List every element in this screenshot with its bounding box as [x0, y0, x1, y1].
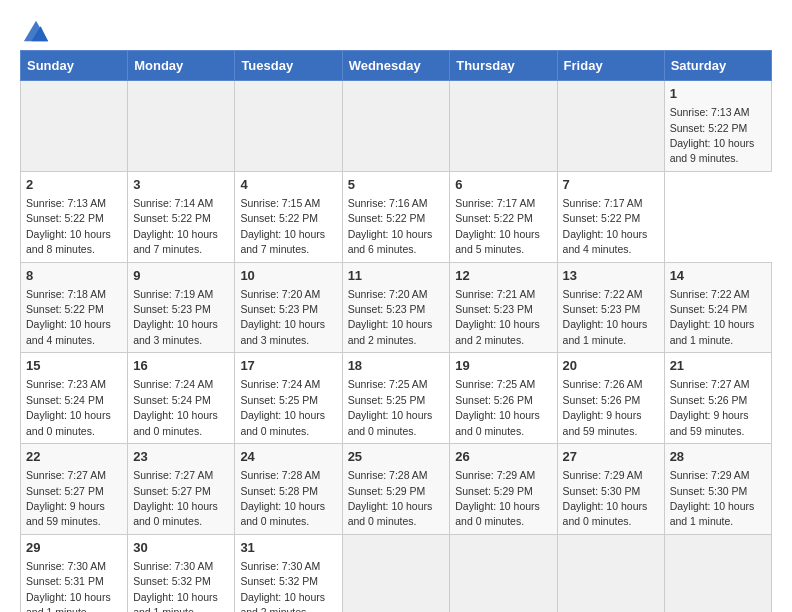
day-info: Sunrise: 7:20 AMSunset: 5:23 PMDaylight:… — [240, 288, 325, 346]
calendar-day-cell: 10Sunrise: 7:20 AMSunset: 5:23 PMDayligh… — [235, 262, 342, 353]
day-info: Sunrise: 7:27 AMSunset: 5:27 PMDaylight:… — [26, 469, 106, 527]
calendar-day-cell: 14Sunrise: 7:22 AMSunset: 5:24 PMDayligh… — [664, 262, 771, 353]
day-info: Sunrise: 7:15 AMSunset: 5:22 PMDaylight:… — [240, 197, 325, 255]
calendar-day-cell: 15Sunrise: 7:23 AMSunset: 5:24 PMDayligh… — [21, 353, 128, 444]
day-number: 29 — [26, 539, 122, 557]
calendar-day-cell: 5Sunrise: 7:16 AMSunset: 5:22 PMDaylight… — [342, 171, 450, 262]
day-number: 12 — [455, 267, 551, 285]
calendar-day-cell: 4Sunrise: 7:15 AMSunset: 5:22 PMDaylight… — [235, 171, 342, 262]
calendar-day-cell — [557, 534, 664, 612]
day-number: 22 — [26, 448, 122, 466]
day-number: 23 — [133, 448, 229, 466]
day-number: 24 — [240, 448, 336, 466]
calendar-empty-cell — [342, 81, 450, 172]
calendar-day-cell: 18Sunrise: 7:25 AMSunset: 5:25 PMDayligh… — [342, 353, 450, 444]
calendar-day-cell: 23Sunrise: 7:27 AMSunset: 5:27 PMDayligh… — [128, 444, 235, 535]
day-number: 27 — [563, 448, 659, 466]
calendar-day-cell: 28Sunrise: 7:29 AMSunset: 5:30 PMDayligh… — [664, 444, 771, 535]
day-info: Sunrise: 7:20 AMSunset: 5:23 PMDaylight:… — [348, 288, 433, 346]
day-info: Sunrise: 7:22 AMSunset: 5:24 PMDaylight:… — [670, 288, 755, 346]
calendar-week-row: 8Sunrise: 7:18 AMSunset: 5:22 PMDaylight… — [21, 262, 772, 353]
day-number: 28 — [670, 448, 766, 466]
calendar-header-row: SundayMondayTuesdayWednesdayThursdayFrid… — [21, 51, 772, 81]
calendar-day-cell: 16Sunrise: 7:24 AMSunset: 5:24 PMDayligh… — [128, 353, 235, 444]
day-number: 21 — [670, 357, 766, 375]
calendar-day-cell: 17Sunrise: 7:24 AMSunset: 5:25 PMDayligh… — [235, 353, 342, 444]
calendar-header-sunday: Sunday — [21, 51, 128, 81]
calendar-week-row: 29Sunrise: 7:30 AMSunset: 5:31 PMDayligh… — [21, 534, 772, 612]
day-number: 17 — [240, 357, 336, 375]
day-number: 18 — [348, 357, 445, 375]
day-number: 14 — [670, 267, 766, 285]
day-number: 31 — [240, 539, 336, 557]
day-info: Sunrise: 7:21 AMSunset: 5:23 PMDaylight:… — [455, 288, 540, 346]
day-info: Sunrise: 7:22 AMSunset: 5:23 PMDaylight:… — [563, 288, 648, 346]
calendar-day-cell: 21Sunrise: 7:27 AMSunset: 5:26 PMDayligh… — [664, 353, 771, 444]
calendar-week-row: 1Sunrise: 7:13 AMSunset: 5:22 PMDaylight… — [21, 81, 772, 172]
calendar-day-cell: 26Sunrise: 7:29 AMSunset: 5:29 PMDayligh… — [450, 444, 557, 535]
day-number: 16 — [133, 357, 229, 375]
calendar-day-cell — [664, 534, 771, 612]
day-info: Sunrise: 7:30 AMSunset: 5:32 PMDaylight:… — [133, 560, 218, 612]
calendar-day-cell: 1Sunrise: 7:13 AMSunset: 5:22 PMDaylight… — [664, 81, 771, 172]
calendar-day-cell — [342, 534, 450, 612]
day-number: 20 — [563, 357, 659, 375]
day-info: Sunrise: 7:30 AMSunset: 5:31 PMDaylight:… — [26, 560, 111, 612]
calendar-header-tuesday: Tuesday — [235, 51, 342, 81]
calendar-day-cell: 3Sunrise: 7:14 AMSunset: 5:22 PMDaylight… — [128, 171, 235, 262]
day-number: 7 — [563, 176, 659, 194]
calendar-day-cell: 8Sunrise: 7:18 AMSunset: 5:22 PMDaylight… — [21, 262, 128, 353]
day-info: Sunrise: 7:28 AMSunset: 5:29 PMDaylight:… — [348, 469, 433, 527]
day-info: Sunrise: 7:17 AMSunset: 5:22 PMDaylight:… — [563, 197, 648, 255]
calendar-day-cell: 13Sunrise: 7:22 AMSunset: 5:23 PMDayligh… — [557, 262, 664, 353]
page-header — [20, 16, 772, 40]
day-info: Sunrise: 7:13 AMSunset: 5:22 PMDaylight:… — [26, 197, 111, 255]
calendar-table: SundayMondayTuesdayWednesdayThursdayFrid… — [20, 50, 772, 612]
calendar-day-cell: 20Sunrise: 7:26 AMSunset: 5:26 PMDayligh… — [557, 353, 664, 444]
day-number: 5 — [348, 176, 445, 194]
day-info: Sunrise: 7:19 AMSunset: 5:23 PMDaylight:… — [133, 288, 218, 346]
day-number: 6 — [455, 176, 551, 194]
day-info: Sunrise: 7:29 AMSunset: 5:30 PMDaylight:… — [563, 469, 648, 527]
day-number: 19 — [455, 357, 551, 375]
calendar-day-cell: 11Sunrise: 7:20 AMSunset: 5:23 PMDayligh… — [342, 262, 450, 353]
calendar-header-thursday: Thursday — [450, 51, 557, 81]
calendar-day-cell: 12Sunrise: 7:21 AMSunset: 5:23 PMDayligh… — [450, 262, 557, 353]
calendar-empty-cell — [557, 81, 664, 172]
day-number: 15 — [26, 357, 122, 375]
calendar-day-cell: 2Sunrise: 7:13 AMSunset: 5:22 PMDaylight… — [21, 171, 128, 262]
day-number: 8 — [26, 267, 122, 285]
day-info: Sunrise: 7:25 AMSunset: 5:25 PMDaylight:… — [348, 378, 433, 436]
day-number: 1 — [670, 85, 766, 103]
day-number: 3 — [133, 176, 229, 194]
calendar-header-friday: Friday — [557, 51, 664, 81]
day-info: Sunrise: 7:23 AMSunset: 5:24 PMDaylight:… — [26, 378, 111, 436]
calendar-empty-cell — [128, 81, 235, 172]
calendar-body: 1Sunrise: 7:13 AMSunset: 5:22 PMDaylight… — [21, 81, 772, 613]
day-info: Sunrise: 7:27 AMSunset: 5:26 PMDaylight:… — [670, 378, 750, 436]
calendar-day-cell: 30Sunrise: 7:30 AMSunset: 5:32 PMDayligh… — [128, 534, 235, 612]
day-info: Sunrise: 7:24 AMSunset: 5:24 PMDaylight:… — [133, 378, 218, 436]
calendar-day-cell — [450, 534, 557, 612]
day-number: 13 — [563, 267, 659, 285]
day-info: Sunrise: 7:13 AMSunset: 5:22 PMDaylight:… — [670, 106, 755, 164]
calendar-week-row: 15Sunrise: 7:23 AMSunset: 5:24 PMDayligh… — [21, 353, 772, 444]
day-info: Sunrise: 7:18 AMSunset: 5:22 PMDaylight:… — [26, 288, 111, 346]
day-number: 25 — [348, 448, 445, 466]
calendar-day-cell: 19Sunrise: 7:25 AMSunset: 5:26 PMDayligh… — [450, 353, 557, 444]
calendar-empty-cell — [450, 81, 557, 172]
calendar-day-cell: 31Sunrise: 7:30 AMSunset: 5:32 PMDayligh… — [235, 534, 342, 612]
calendar-week-row: 22Sunrise: 7:27 AMSunset: 5:27 PMDayligh… — [21, 444, 772, 535]
calendar-header-monday: Monday — [128, 51, 235, 81]
calendar-day-cell: 6Sunrise: 7:17 AMSunset: 5:22 PMDaylight… — [450, 171, 557, 262]
calendar-day-cell: 22Sunrise: 7:27 AMSunset: 5:27 PMDayligh… — [21, 444, 128, 535]
day-number: 4 — [240, 176, 336, 194]
day-number: 26 — [455, 448, 551, 466]
logo-icon — [22, 16, 50, 44]
day-number: 9 — [133, 267, 229, 285]
day-info: Sunrise: 7:27 AMSunset: 5:27 PMDaylight:… — [133, 469, 218, 527]
calendar-header-wednesday: Wednesday — [342, 51, 450, 81]
calendar-day-cell: 29Sunrise: 7:30 AMSunset: 5:31 PMDayligh… — [21, 534, 128, 612]
calendar-day-cell: 24Sunrise: 7:28 AMSunset: 5:28 PMDayligh… — [235, 444, 342, 535]
day-info: Sunrise: 7:17 AMSunset: 5:22 PMDaylight:… — [455, 197, 540, 255]
